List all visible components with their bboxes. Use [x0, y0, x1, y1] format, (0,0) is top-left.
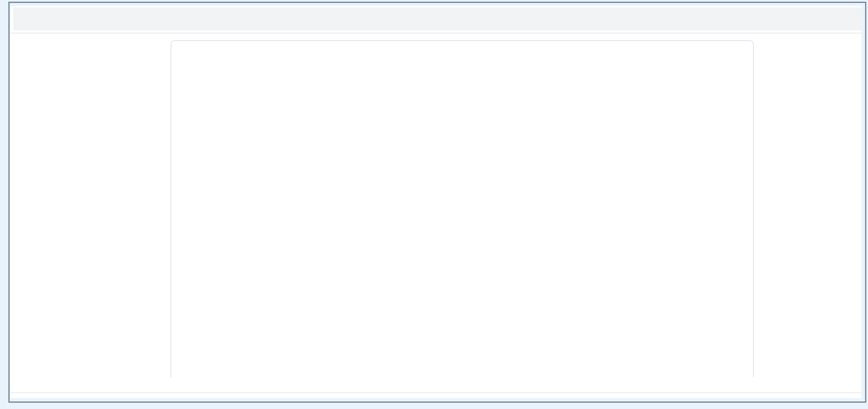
- scopes-box: [171, 40, 754, 377]
- scopes-content: [10, 40, 861, 377]
- toolbar: [13, 8, 861, 31]
- viewport-bottom-divider: [10, 392, 861, 393]
- toolbar-separator: [10, 33, 861, 33]
- browser-window: [10, 6, 861, 398]
